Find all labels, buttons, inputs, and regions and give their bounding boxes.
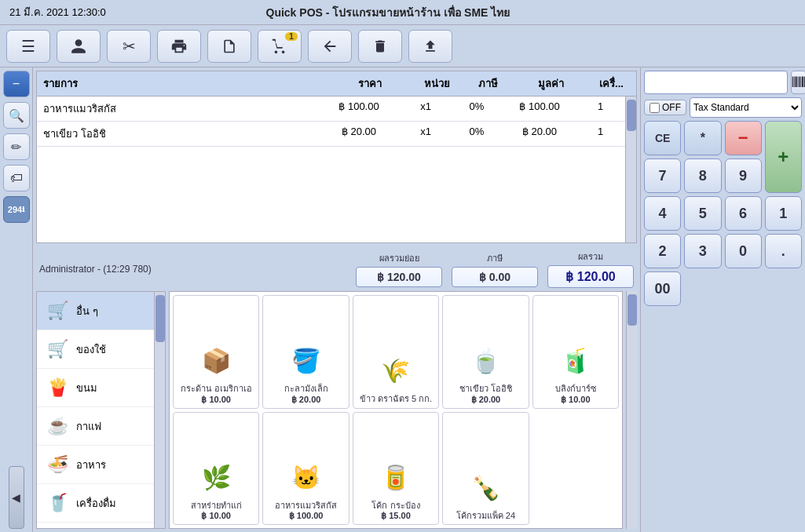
category-icon-drinks: 🥤 [45,490,70,516]
category-item-supplies[interactable]: 🛒 ของใช้ [37,330,165,369]
app-header: 21 มี.ค. 2021 12:30:0 Quick POS - โปรแกร… [0,0,805,25]
product-price-6: ฿ 100.00 [289,511,324,521]
product-grid: 📦 กระด้าน อเมริกาเอ ฿ 10.00 🪣 กะลามังเล็… [169,291,623,529]
product-image-4: 🧃 [552,339,599,382]
collapse-panel-button[interactable]: ◀ [9,466,24,529]
product-name-7: โค้ก กระป๋อง [371,501,419,511]
num-9-button[interactable]: 9 [725,159,762,193]
num-4-button[interactable]: 4 [644,196,681,231]
product-image-7: 🥫 [372,456,419,499]
tax-value: ฿ 0.00 [452,267,538,287]
table-row[interactable]: อาหารแมวริสกัส ฿ 100.00 x1 0% ฿ 100.00 1 [37,97,625,122]
multiply-button[interactable]: * [684,121,721,155]
category-list: 🛒 อื่น ๆ 🛒 ของใช้ 🍟 ขนม ☕ กาแฟ 🍜 อ [36,291,166,529]
tax-off-label[interactable]: OFF [644,100,686,115]
product-card-2[interactable]: 🌾 ข้าว ดราฉัตร 5 กก. [353,295,439,409]
category-icon-other: 🛒 [45,298,70,323]
product-name-2: ข้าว ดราฉัตร 5 กก. [360,394,432,404]
total-value: ฿ 120.00 [547,265,634,288]
product-card-5[interactable]: 🌿 สาหร่ายทำแก่ ฿ 10.00 [173,412,259,526]
product-image-0: 📦 [192,339,240,382]
product-card-1[interactable]: 🪣 กะลามังเล็ก ฿ 20.00 [262,295,349,409]
num-1-button[interactable]: 1 [765,196,802,231]
decimal-button[interactable]: . [765,234,802,268]
table-header: รายการ ราคา หน่วย ภาษี มูลค่า เครื่... [37,71,636,97]
row-value: ฿ 100.00 [500,99,579,118]
order-summary: Administrator - (12:29 780) ผลรวมย่อย ฿ … [33,246,640,291]
edit-item-button[interactable]: ✏ [3,133,30,160]
row-price: ฿ 20.00 [320,124,398,144]
product-image-5: 🌿 [192,456,240,499]
product-card-8[interactable]: 🍾 โค้กรวมแพ็ค 24 [442,412,529,526]
category-label: อื่น ๆ [76,303,98,319]
document-button[interactable] [207,30,251,63]
tax-off-checkbox[interactable] [649,103,660,113]
double-zero-button[interactable]: 00 [644,271,681,306]
counter-badge: 294 ℹ [3,196,30,223]
menu-button[interactable]: ☰ [6,30,50,63]
product-card-0[interactable]: 📦 กระด้าน อเมริกาเอ ฿ 10.00 [173,295,259,409]
category-scrollbar[interactable] [154,292,165,528]
category-item-coffee[interactable]: ☕ กาแฟ [37,407,165,446]
row-name: อาหารแมวริสกัส [40,99,320,118]
category-label: กาแฟ [76,418,101,435]
num-8-button[interactable]: 8 [684,159,721,193]
search-item-button[interactable]: 🔍 [3,102,30,129]
col-tax: ภาษี [464,74,511,93]
tag-item-button[interactable]: 🏷 [3,165,30,191]
category-item-other[interactable]: 🛒 อื่น ๆ [37,292,165,330]
remove-item-button[interactable]: − [3,71,30,97]
main-content: − 🔍 ✏ 🏷 294 ℹ ◀ รายการ ราคา หน่วย ภาษี ม… [0,67,805,532]
row-qty: 1 [579,99,622,118]
table-scrollbar[interactable] [625,97,636,242]
svg-rect-2 [796,77,797,88]
cart-button[interactable]: 1 [258,30,302,63]
scissors-button[interactable]: ✂ [107,30,151,63]
export-button[interactable] [408,30,452,63]
product-name-3: ชาเขียว โออิชิ [459,384,512,394]
table-row[interactable]: ชาเขียว โออิชิ ฿ 20.00 x1 0% ฿ 20.00 1 [37,122,625,147]
row-tax: 0% [453,99,500,118]
product-card-6[interactable]: 🐱 อาหารแมวริสกัส ฿ 100.00 [262,412,349,526]
barcode-row [644,71,802,94]
product-card-3[interactable]: 🍵 ชาเขียว โออิชิ ฿ 20.00 [442,295,529,409]
num-5-button[interactable]: 5 [684,196,721,231]
num-6-button[interactable]: 6 [725,196,762,231]
product-scrollbar[interactable] [626,291,637,529]
num-3-button[interactable]: 3 [684,234,721,268]
product-image-6: 🐱 [283,456,330,499]
num-7-button[interactable]: 7 [644,159,681,193]
app-title: Quick POS - โปรแกรมขายหน้าร้าน เพื่อ SME… [266,4,510,21]
customer-button[interactable] [57,30,101,63]
category-item-food[interactable]: 🍜 อาหาร [37,446,165,484]
tax-box: ภาษี ฿ 0.00 [452,251,538,287]
col-name: รายการ [40,74,331,93]
svg-rect-1 [794,77,795,88]
tax-label: ภาษี [487,251,503,265]
minus-button[interactable]: − [725,121,762,155]
barcode-input[interactable] [644,71,788,94]
row-tax: 0% [453,124,500,144]
printer-button[interactable] [157,30,201,63]
tax-type-select[interactable]: Tax Standard Tax Inclusive No Tax [690,97,802,118]
product-card-empty [532,412,619,526]
product-card-4[interactable]: 🧃 บลิงก์บาร์ซ ฿ 10.00 [532,295,619,409]
svg-rect-4 [799,77,800,88]
svg-rect-5 [800,77,801,88]
row-name: ชาเขียว โออิชิ [40,124,320,144]
product-card-7[interactable]: 🥫 โค้ก กระป๋อง ฿ 15.00 [353,412,439,526]
product-name-1: กะลามังเล็ก [284,384,328,394]
product-price-7: ฿ 15.00 [381,511,411,521]
barcode-scan-button[interactable] [791,71,805,94]
trash-button[interactable] [358,30,402,63]
product-price-0: ฿ 10.00 [201,395,231,405]
category-item-drinks[interactable]: 🥤 เครื่องดื่ม [37,484,165,523]
num-0-button[interactable]: 0 [725,234,762,268]
ce-button[interactable]: CE [644,121,681,155]
return-button[interactable] [308,30,352,63]
plus-button[interactable]: + [765,121,802,193]
toolbar: ☰ ✂ 1 [0,25,805,67]
category-item-snack[interactable]: 🍟 ขนม [37,369,165,407]
center-panel: รายการ ราคา หน่วย ภาษี มูลค่า เครื่... อ… [33,67,640,532]
num-2-button[interactable]: 2 [644,234,681,268]
